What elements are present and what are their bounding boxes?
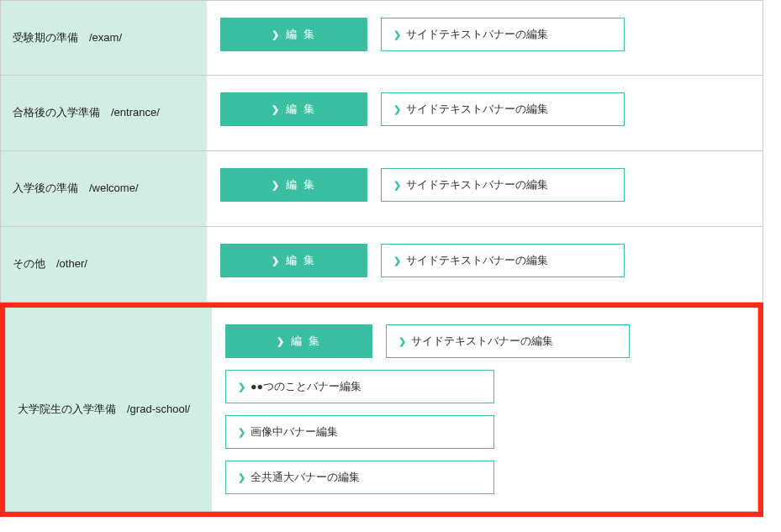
side-banner-edit-button[interactable]: ❯ サイドテキストバナーの編集 bbox=[386, 324, 630, 358]
chevron-right-icon: ❯ bbox=[238, 472, 245, 483]
row-content-cell: ❯ 編 集 ❯ サイドテキストバナーの編集 bbox=[207, 1, 763, 75]
edit-button-label: 編 集 bbox=[286, 254, 315, 268]
chevron-right-icon: ❯ bbox=[238, 382, 245, 392]
chevron-right-icon: ❯ bbox=[393, 255, 401, 266]
side-banner-button-label: サイドテキストバナーの編集 bbox=[406, 28, 548, 42]
row-label-cell: 合格後の入学準備 /entrance/ bbox=[1, 76, 207, 150]
extra-button-label: ●●つのことバナー編集 bbox=[251, 380, 361, 394]
edit-button[interactable]: ❯ 編 集 bbox=[220, 18, 367, 51]
button-row: ❯ 編 集 ❯ サイドテキストバナーの編集 bbox=[220, 168, 749, 202]
edit-button[interactable]: ❯ 編 集 bbox=[220, 92, 367, 126]
row-label-cell: 大学院生の入学準備 /grad-school/ bbox=[6, 308, 212, 511]
row-label-cell: 受験期の準備 /exam/ bbox=[1, 1, 207, 75]
extra-button-label: 全共通大バナーの編集 bbox=[251, 471, 360, 485]
side-banner-button-label: サイドテキストバナーの編集 bbox=[411, 334, 553, 349]
row-label-cell: 入学後の準備 /welcome/ bbox=[1, 151, 207, 226]
chevron-right-icon: ❯ bbox=[393, 29, 401, 40]
category-table: 受験期の準備 /exam/ ❯ 編 集 ❯ サイドテキストバナーの編集 合格後の… bbox=[0, 0, 763, 517]
edit-button-label: 編 集 bbox=[286, 178, 315, 192]
chevron-right-icon: ❯ bbox=[393, 104, 401, 115]
side-banner-edit-button[interactable]: ❯ サイドテキストバナーの編集 bbox=[381, 18, 625, 51]
table-row: その他 /other/ ❯ 編 集 ❯ サイドテキストバナーの編集 bbox=[0, 227, 763, 303]
row-content-cell: ❯ 編 集 ❯ サイドテキストバナーの編集 bbox=[207, 151, 763, 226]
side-banner-edit-button[interactable]: ❯ サイドテキストバナーの編集 bbox=[381, 244, 625, 277]
table-row: 大学院生の入学準備 /grad-school/ ❯ 編 集 ❯ サイドテキストバ… bbox=[5, 308, 758, 512]
table-row: 入学後の準備 /welcome/ ❯ 編 集 ❯ サイドテキストバナーの編集 bbox=[0, 151, 763, 227]
row-label: 合格後の入学準備 /entrance/ bbox=[13, 103, 160, 122]
chevron-right-icon: ❯ bbox=[272, 255, 281, 266]
chevron-right-icon: ❯ bbox=[272, 29, 281, 40]
row-content-cell: ❯ 編 集 ❯ サイドテキストバナーの編集 bbox=[207, 76, 763, 150]
chevron-right-icon: ❯ bbox=[238, 427, 245, 438]
extra-banner-edit-button[interactable]: ❯ ●●つのことバナー編集 bbox=[225, 370, 494, 403]
row-content-cell: ❯ 編 集 ❯ サイドテキストバナーの編集 ❯ ●●つのことバナー編集 ❯ 画像… bbox=[212, 308, 757, 511]
chevron-right-icon: ❯ bbox=[272, 104, 281, 115]
edit-button-label: 編 集 bbox=[286, 28, 315, 42]
row-label: 入学後の準備 /welcome/ bbox=[13, 179, 139, 198]
table-row: 合格後の入学準備 /entrance/ ❯ 編 集 ❯ サイドテキストバナーの編… bbox=[0, 76, 763, 151]
side-banner-button-label: サイドテキストバナーの編集 bbox=[406, 178, 548, 192]
extra-banner-edit-button[interactable]: ❯ 全共通大バナーの編集 bbox=[225, 461, 494, 494]
row-label-cell: その他 /other/ bbox=[1, 227, 207, 302]
side-banner-edit-button[interactable]: ❯ サイドテキストバナーの編集 bbox=[381, 168, 625, 202]
chevron-right-icon: ❯ bbox=[277, 336, 286, 347]
edit-button[interactable]: ❯ 編 集 bbox=[225, 324, 372, 358]
extra-button-label: 画像中バナー編集 bbox=[251, 425, 338, 440]
extra-banner-edit-button[interactable]: ❯ 画像中バナー編集 bbox=[225, 415, 494, 449]
edit-button[interactable]: ❯ 編 集 bbox=[220, 244, 367, 277]
edit-button-label: 編 集 bbox=[286, 103, 315, 117]
row-content-cell: ❯ 編 集 ❯ サイドテキストバナーの編集 bbox=[207, 227, 763, 302]
row-label: その他 /other/ bbox=[13, 255, 87, 273]
edit-button-label: 編 集 bbox=[291, 334, 320, 349]
chevron-right-icon: ❯ bbox=[272, 180, 281, 191]
edit-button[interactable]: ❯ 編 集 bbox=[220, 168, 367, 202]
button-row: ❯ 編 集 ❯ サイドテキストバナーの編集 bbox=[225, 324, 744, 358]
chevron-right-icon: ❯ bbox=[393, 180, 401, 191]
highlighted-row-box: 大学院生の入学準備 /grad-school/ ❯ 編 集 ❯ サイドテキストバ… bbox=[0, 303, 763, 517]
row-label: 大学院生の入学準備 /grad-school/ bbox=[18, 400, 190, 419]
button-row: ❯ 編 集 ❯ サイドテキストバナーの編集 bbox=[220, 92, 749, 126]
chevron-right-icon: ❯ bbox=[398, 336, 406, 347]
side-banner-edit-button[interactable]: ❯ サイドテキストバナーの編集 bbox=[381, 92, 625, 126]
row-label: 受験期の準備 /exam/ bbox=[13, 29, 122, 47]
button-row: ❯ 編 集 ❯ サイドテキストバナーの編集 bbox=[220, 244, 749, 277]
side-banner-button-label: サイドテキストバナーの編集 bbox=[406, 254, 548, 268]
side-banner-button-label: サイドテキストバナーの編集 bbox=[406, 103, 548, 117]
button-row: ❯ 編 集 ❯ サイドテキストバナーの編集 bbox=[220, 18, 749, 51]
table-row: 受験期の準備 /exam/ ❯ 編 集 ❯ サイドテキストバナーの編集 bbox=[0, 0, 763, 76]
